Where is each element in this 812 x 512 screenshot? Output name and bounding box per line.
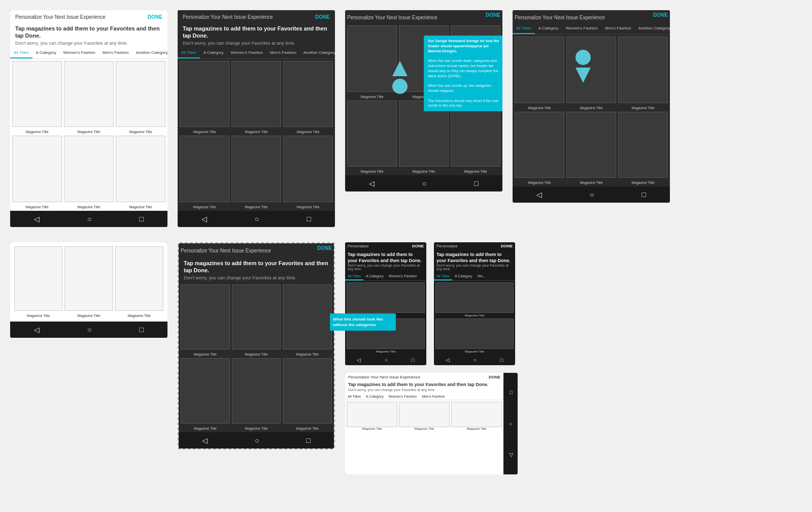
back-icon-8[interactable]: ◁ [446, 357, 450, 363]
list-item[interactable] [12, 61, 62, 127]
list-item[interactable]: Magazine Title [435, 282, 514, 317]
list-item[interactable]: Magazine Title [451, 402, 502, 430]
list-item[interactable] [618, 112, 668, 178]
tab-womens-7[interactable]: Women's Fashion [386, 273, 420, 280]
home-icon-9[interactable]: ○ [509, 421, 512, 427]
list-item[interactable] [232, 358, 281, 424]
home-icon-1[interactable]: ○ [87, 215, 91, 223]
tab-another-1[interactable]: Another Category [132, 48, 167, 58]
list-item[interactable]: Magazine Title [399, 402, 450, 430]
done-btn-9[interactable]: DONE [489, 375, 500, 379]
phone-4: Personalize Your Next Issue Experience D… [513, 10, 670, 203]
tab-womens-2[interactable]: Women's Fashion [227, 48, 266, 58]
done-btn-7[interactable]: DONE [412, 244, 424, 248]
tab-womens-9[interactable]: Women's Fashion [386, 393, 420, 400]
square-icon-7[interactable]: □ [412, 357, 415, 363]
list-item[interactable] [231, 136, 281, 202]
tab-all-8[interactable]: All Titles [434, 273, 452, 280]
square-icon-1[interactable]: □ [140, 215, 144, 223]
done-btn-1[interactable]: DONE [148, 14, 162, 20]
home-icon-7[interactable]: ○ [385, 357, 388, 363]
tab-all-titles-1[interactable]: All Titles [10, 48, 32, 58]
list-item[interactable] [566, 112, 616, 178]
list-item[interactable]: Magazine Title [347, 282, 425, 317]
list-item[interactable] [231, 61, 281, 127]
done-btn-8[interactable]: DONE [501, 244, 513, 248]
list-item[interactable] [515, 112, 564, 178]
list-item[interactable] [283, 284, 332, 350]
tab-all-titles-2[interactable]: All Titles [178, 48, 200, 58]
tab-mens-fashion-1[interactable]: Men's Fashion [99, 48, 132, 58]
tab-a-8[interactable]: A Category [452, 273, 475, 280]
list-item[interactable] [283, 61, 333, 127]
list-item[interactable] [566, 37, 616, 103]
list-item[interactable]: Magazine Title [435, 318, 514, 353]
back-icon-2[interactable]: ◁ [201, 215, 207, 223]
list-item[interactable] [64, 246, 113, 311]
back-icon-3[interactable]: ◁ [369, 179, 375, 187]
tab-another-4[interactable]: Another Category [635, 23, 670, 34]
tab-another-2[interactable]: Another Category [300, 48, 335, 58]
list-item[interactable] [283, 358, 332, 424]
home-icon-8[interactable]: ○ [473, 357, 477, 363]
list-item[interactable] [116, 61, 165, 127]
square-icon-2[interactable]: □ [307, 215, 311, 223]
done-btn-3[interactable]: DONE [486, 12, 500, 18]
done-btn-6[interactable]: DONE [317, 245, 332, 251]
tab-all-7[interactable]: All Titles [345, 273, 363, 280]
magazine-cover [566, 112, 616, 178]
tab-a-category-1[interactable]: A Category [32, 48, 60, 58]
instructions-2: Tap magazines to add them to your Favori… [178, 22, 335, 48]
list-item[interactable] [180, 136, 229, 202]
list-item[interactable] [116, 136, 165, 202]
square-icon-3[interactable]: □ [475, 179, 479, 187]
list-item[interactable] [232, 284, 281, 350]
home-icon-4[interactable]: ○ [590, 190, 594, 199]
tab-womens-4[interactable]: Women's Fashion [562, 23, 601, 34]
list-item[interactable] [180, 61, 229, 127]
back-icon-6[interactable]: ◁ [202, 436, 208, 444]
home-icon-6[interactable]: ○ [255, 436, 259, 444]
tab-mens-9[interactable]: Men's Fashion [419, 393, 447, 400]
back-icon-4[interactable]: ◁ [536, 190, 542, 199]
scroll-callout: See Google Newstand footage for how the … [424, 36, 502, 111]
tab-mens-4[interactable]: Men's Fashion [601, 23, 635, 34]
home-icon-5[interactable]: ○ [87, 326, 91, 334]
list-item[interactable]: Magazine Title [347, 402, 397, 430]
square-icon-8[interactable]: □ [500, 357, 503, 363]
square-icon-9[interactable]: □ [507, 391, 513, 394]
instructions-7: Tap magazines to add them to your Favori… [345, 250, 426, 273]
tab-all-titles-4[interactable]: All Titles [513, 23, 535, 34]
tab-all-9[interactable]: All Titles [345, 393, 363, 400]
list-item[interactable] [347, 101, 397, 167]
back-icon-5[interactable]: ◁ [34, 326, 40, 334]
back-icon-1[interactable]: ◁ [34, 215, 40, 223]
tab-a-category-4[interactable]: A Category [535, 23, 562, 34]
tab-a-7[interactable]: A Category [363, 273, 386, 280]
list-item[interactable] [181, 358, 230, 424]
list-item[interactable] [14, 246, 62, 311]
back-icon-9[interactable]: ◁ [508, 453, 514, 457]
list-item[interactable] [115, 246, 163, 311]
list-item[interactable] [283, 136, 333, 202]
tab-a-category-2[interactable]: A Category [200, 48, 227, 58]
square-icon-4[interactable]: □ [642, 190, 646, 199]
list-item[interactable] [64, 136, 114, 202]
square-icon-5[interactable]: □ [140, 326, 144, 334]
list-item[interactable] [618, 37, 668, 103]
done-btn-2[interactable]: DONE [315, 14, 330, 20]
tab-womens-fashion-1[interactable]: Women's Fashion [59, 48, 99, 58]
tab-mens-2[interactable]: Men's Fashion [266, 48, 300, 58]
back-icon-7[interactable]: ◁ [357, 357, 361, 363]
list-item[interactable] [181, 284, 230, 350]
list-item[interactable] [64, 61, 114, 127]
home-icon-2[interactable]: ○ [255, 215, 259, 223]
square-icon-6[interactable]: □ [306, 436, 310, 444]
list-item[interactable] [12, 136, 62, 202]
list-item[interactable] [347, 25, 397, 92]
list-item[interactable] [515, 37, 564, 103]
done-btn-4[interactable]: DONE [653, 12, 668, 18]
home-icon-3[interactable]: ○ [422, 179, 426, 187]
screen-3: Personalize Your Next Issue Experience D… [345, 10, 502, 175]
tab-a-9[interactable]: A Category [363, 393, 386, 400]
